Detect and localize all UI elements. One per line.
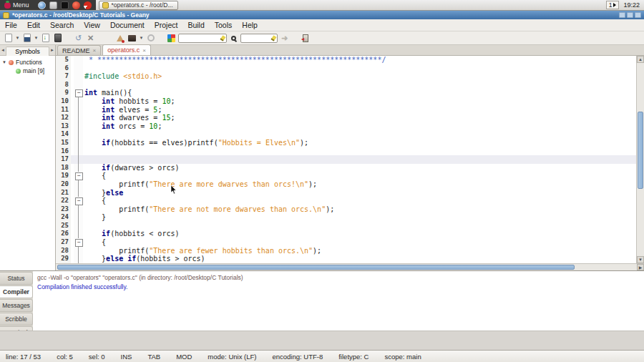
open-button[interactable] (21, 33, 32, 44)
fold-collapse-icon[interactable] (74, 172, 83, 180)
terminal-icon[interactable] (61, 1, 69, 9)
scroll-down-icon[interactable]: ▼ (637, 256, 644, 263)
status-field: filetype: C (338, 353, 369, 361)
tab-close-icon[interactable]: × (142, 47, 146, 54)
tab-messages[interactable]: Messages (0, 299, 33, 312)
status-field: mode: Unix (LF) (208, 353, 256, 361)
tab-symbols[interactable]: Symbols (6, 47, 49, 56)
line-number: 28 (56, 247, 71, 255)
expander-open-icon[interactable]: ▼ (2, 60, 6, 64)
tab-compiler[interactable]: Compiler (0, 285, 33, 298)
menubar: FileEditSearchViewDocumentProjectBuildTo… (0, 19, 644, 31)
sidebar-scroll-right-icon[interactable]: ▸ (49, 47, 55, 53)
horizontal-scrollbar[interactable]: ▶ (56, 263, 644, 270)
menu-document[interactable]: Document (105, 20, 150, 30)
symbol-item-functions[interactable]: ▼Functions (0, 58, 55, 67)
functions-icon (9, 60, 14, 65)
toolbar-separator (106, 33, 113, 44)
menu-project[interactable]: Project (150, 20, 183, 30)
goto-line-icon: ➜ (281, 34, 288, 43)
menu-edit[interactable]: Edit (22, 20, 45, 30)
code-line: 9int main(){ (56, 89, 636, 97)
web-browser-icon[interactable] (38, 1, 46, 9)
code-line: 21 }else (56, 189, 636, 197)
execute-icon (147, 34, 155, 41)
geany-icon (102, 2, 109, 9)
line-number: 19 (56, 172, 71, 180)
clock: 19:22 (623, 1, 640, 9)
hscroll-thumb[interactable] (57, 265, 575, 270)
close-button[interactable]: ✕ (85, 33, 96, 44)
build-icon (128, 35, 136, 41)
wolfram-icon[interactable] (84, 1, 92, 9)
tab-status[interactable]: Status (0, 272, 33, 285)
symbol-item-main[interactable]: main [9] (0, 67, 55, 75)
menu-help[interactable]: Help (237, 20, 263, 30)
saveall-button[interactable] (52, 33, 63, 44)
goto-line-input[interactable] (240, 34, 278, 43)
menu-search[interactable]: Search (45, 20, 79, 30)
line-number: 13 (56, 122, 71, 131)
toolbar-separator (97, 33, 104, 44)
line-number: 15 (56, 139, 71, 147)
code-text (83, 147, 636, 156)
code-text: int main(){ (83, 89, 636, 97)
menu-view[interactable]: View (79, 20, 105, 30)
menu-tools[interactable]: Tools (210, 20, 238, 30)
open-dropdown-icon[interactable]: ▼ (34, 33, 39, 44)
code-text: printf("There are not more dwarves than … (83, 205, 636, 214)
tab-scribble[interactable]: Scribble (0, 313, 33, 326)
scroll-up-icon[interactable]: ▲ (637, 56, 644, 63)
vertical-scrollbar[interactable]: ▲ ▼ (636, 56, 644, 263)
new-dropdown-icon[interactable]: ▼ (15, 33, 20, 44)
line-number: 6 (56, 64, 71, 73)
color-button[interactable] (166, 33, 177, 44)
search-button[interactable] (228, 33, 239, 44)
menu-file[interactable]: File (0, 20, 22, 30)
fold-collapse-icon[interactable] (74, 89, 83, 97)
exec-button[interactable] (145, 33, 156, 44)
quit-button[interactable] (300, 33, 311, 44)
menu-build[interactable]: Build (182, 20, 209, 30)
tab-close-icon[interactable]: × (93, 47, 97, 54)
mathematica-icon[interactable] (72, 1, 80, 9)
fold-margin (74, 81, 83, 89)
maximize-button[interactable] (627, 12, 633, 18)
menu-button[interactable]: Menu (0, 0, 34, 10)
build-button[interactable] (127, 33, 137, 44)
fold-margin (74, 64, 83, 73)
sidebar-scroll-left-icon[interactable]: ◂ (0, 47, 6, 53)
minimize-button[interactable] (619, 12, 625, 18)
line-number: 21 (56, 189, 71, 197)
quit-icon (303, 34, 308, 42)
line-number: 11 (56, 106, 71, 114)
code-text: if(hobbits == elves)printf("Hobbits = El… (83, 139, 636, 147)
vscroll-thumb[interactable] (638, 112, 643, 189)
tab-label: operators.c (107, 47, 140, 54)
taskbar-window-button[interactable]: *operators.c - /root/D... (99, 1, 178, 10)
code-editor[interactable]: 5 * ************************************… (56, 56, 636, 263)
revert-icon: ↺ (75, 34, 82, 43)
line-number: 29 (56, 255, 71, 263)
search-input[interactable] (178, 34, 227, 43)
window-icon (3, 12, 9, 19)
taskbar: Menu *operators.c - /root/D... 1 19:22 (0, 0, 644, 11)
method-icon (16, 69, 21, 74)
goto-button[interactable]: ➜ (279, 33, 290, 44)
tab-readme[interactable]: README× (57, 45, 101, 55)
file-manager-icon[interactable] (49, 1, 57, 9)
scroll-right-icon[interactable]: ▶ (637, 264, 644, 270)
toolbar-separator (291, 33, 298, 44)
fold-collapse-icon[interactable] (74, 238, 83, 247)
new-button[interactable] (3, 33, 14, 44)
compile-button[interactable] (114, 33, 125, 44)
fold-collapse-icon[interactable] (74, 197, 83, 205)
save-button[interactable] (40, 33, 51, 44)
window-titlebar[interactable]: *operators.c - /root/Desktop/C Tutorials… (0, 11, 644, 19)
fold-margin (74, 106, 83, 114)
build-dropdown-icon[interactable]: ▼ (139, 33, 144, 44)
save-all-icon (54, 34, 62, 42)
revert-button[interactable]: ↺ (73, 33, 84, 44)
close-button[interactable] (635, 12, 641, 18)
tab-operators-c[interactable]: operators.c× (102, 44, 151, 55)
